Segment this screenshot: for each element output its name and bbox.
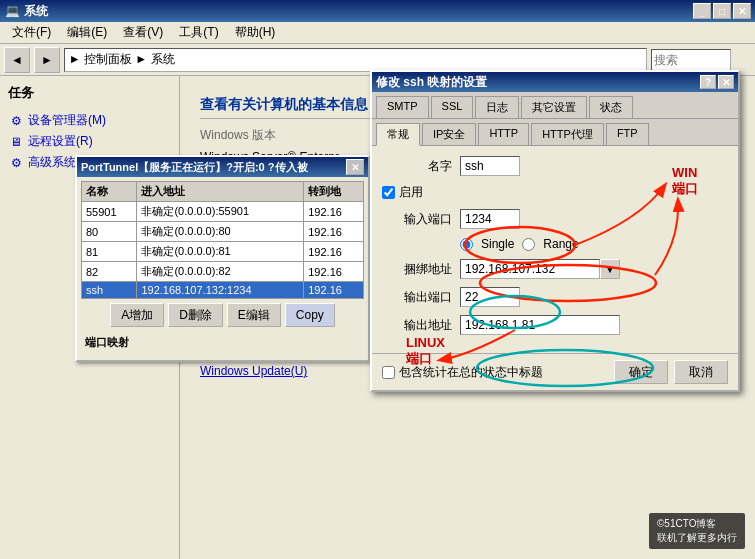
address-bar: ► 控制面板 ► 系统 bbox=[64, 48, 647, 72]
menu-edit[interactable]: 编辑(E) bbox=[59, 22, 115, 43]
ssh-footer-buttons: 确定 取消 bbox=[614, 360, 728, 384]
ssh-close-button[interactable]: ✕ bbox=[718, 75, 734, 89]
table-cell-target: 192.16 bbox=[304, 262, 364, 282]
table-cell-entry: 非确定(0.0.0.0):55901 bbox=[137, 202, 304, 222]
menu-help[interactable]: 帮助(H) bbox=[227, 22, 284, 43]
tab-SSL[interactable]: SSL bbox=[431, 96, 474, 118]
edit-button[interactable]: E编辑 bbox=[227, 303, 281, 327]
sidebar-item-remote[interactable]: 🖥 远程设置(R) bbox=[8, 131, 171, 152]
watermark-line2: 联机了解更多内行 bbox=[657, 531, 737, 545]
enable-row: 启用 bbox=[382, 184, 728, 201]
output-port-label: 输出端口 bbox=[382, 289, 452, 306]
table-row[interactable]: 81非确定(0.0.0.0):81192.16 bbox=[82, 242, 364, 262]
window-title: 系统 bbox=[24, 3, 693, 20]
tab-bar-1: SMTPSSL日志其它设置状态 bbox=[372, 92, 738, 119]
name-label: 名字 bbox=[382, 158, 452, 175]
single-radio[interactable] bbox=[460, 238, 473, 251]
input-port-input[interactable] bbox=[460, 209, 520, 229]
col-header-entry: 进入地址 bbox=[137, 182, 304, 202]
back-button[interactable]: ◄ bbox=[4, 47, 30, 73]
tab-HTTP[interactable]: HTTP bbox=[478, 123, 529, 145]
enable-checkbox[interactable] bbox=[382, 186, 395, 199]
menu-file[interactable]: 文件(F) bbox=[4, 22, 59, 43]
output-addr-row: 输出地址 bbox=[382, 315, 728, 335]
confirm-button[interactable]: 确定 bbox=[614, 360, 668, 384]
table-cell-target: 192.16 bbox=[304, 282, 364, 299]
tab-SMTP[interactable]: SMTP bbox=[376, 96, 429, 118]
title-bar: 💻 系统 _ □ ✕ bbox=[0, 0, 755, 22]
output-port-row: 输出端口 bbox=[382, 287, 728, 307]
windows-version-label: Windows 版本 bbox=[200, 128, 276, 142]
port-tunnel-table: 名称 进入地址 转到地 55901非确定(0.0.0.0):55901192.1… bbox=[81, 181, 364, 299]
name-row: 名字 bbox=[382, 156, 728, 176]
maximize-button[interactable]: □ bbox=[713, 3, 731, 19]
output-addr-input[interactable] bbox=[460, 315, 620, 335]
tab-其它设置[interactable]: 其它设置 bbox=[521, 96, 587, 118]
tab-日志[interactable]: 日志 bbox=[475, 96, 519, 118]
ssh-dialog: 修改 ssh 映射的设置 ? ✕ SMTPSSL日志其它设置状态 常规IP安全H… bbox=[370, 70, 740, 392]
table-row[interactable]: 80非确定(0.0.0.0):80192.16 bbox=[82, 222, 364, 242]
pt-close-button[interactable]: ✕ bbox=[346, 159, 364, 175]
minimize-button[interactable]: _ bbox=[693, 3, 711, 19]
table-cell-target: 192.16 bbox=[304, 202, 364, 222]
close-button[interactable]: ✕ bbox=[733, 3, 751, 19]
port-tunnel-title: PortTunnel【服务正在运行】?开启:0 ?传入被 bbox=[81, 160, 346, 175]
menu-view[interactable]: 查看(V) bbox=[115, 22, 171, 43]
name-input[interactable] bbox=[460, 156, 520, 176]
menu-tools[interactable]: 工具(T) bbox=[171, 22, 226, 43]
tab-状态[interactable]: 状态 bbox=[589, 96, 633, 118]
table-cell-entry: 非确定(0.0.0.0):81 bbox=[137, 242, 304, 262]
forward-button[interactable]: ► bbox=[34, 47, 60, 73]
bind-addr-row: 捆绑地址 ▼ bbox=[382, 259, 728, 279]
sidebar-item-advanced-label: 高级系统 bbox=[28, 154, 76, 171]
menu-bar: 文件(F) 编辑(E) 查看(V) 工具(T) 帮助(H) bbox=[0, 22, 755, 44]
tab-常规[interactable]: 常规 bbox=[376, 123, 420, 146]
address-text: ► 控制面板 ► 系统 bbox=[69, 51, 175, 68]
input-port-row: 输入端口 bbox=[382, 209, 728, 229]
remote-icon: 🖥 bbox=[8, 134, 24, 150]
sidebar-item-remote-label: 远程设置(R) bbox=[28, 133, 93, 150]
table-cell-name: 81 bbox=[82, 242, 137, 262]
system-window: 💻 系统 _ □ ✕ 文件(F) 编辑(E) 查看(V) 工具(T) 帮助(H)… bbox=[0, 0, 755, 559]
col-header-name: 名称 bbox=[82, 182, 137, 202]
tab-FTP[interactable]: FTP bbox=[606, 123, 649, 145]
table-cell-target: 192.16 bbox=[304, 242, 364, 262]
ssh-title-bar: 修改 ssh 映射的设置 ? ✕ bbox=[372, 72, 738, 92]
range-radio[interactable] bbox=[522, 238, 535, 251]
table-row[interactable]: ssh192.168.107.132:1234192.16 bbox=[82, 282, 364, 299]
output-addr-label: 输出地址 bbox=[382, 317, 452, 334]
ssh-help-button[interactable]: ? bbox=[700, 75, 716, 89]
sidebar-item-device-manager[interactable]: ⚙ 设备管理器(M) bbox=[8, 110, 171, 131]
output-port-input[interactable] bbox=[460, 287, 520, 307]
port-tunnel-buttons: A增加 D删除 E编辑 Copy bbox=[81, 299, 364, 331]
bind-addr-input[interactable] bbox=[460, 259, 600, 279]
enable-label: 启用 bbox=[399, 184, 423, 201]
table-cell-name: ssh bbox=[82, 282, 137, 299]
device-manager-icon: ⚙ bbox=[8, 113, 24, 129]
range-radio-label: Range bbox=[543, 237, 578, 251]
advanced-icon: ⚙ bbox=[8, 155, 24, 171]
tab-IP安全[interactable]: IP安全 bbox=[422, 123, 476, 145]
watermark: ©51CTO博客 联机了解更多内行 bbox=[649, 513, 745, 549]
windows-update-link[interactable]: Windows Update(U) bbox=[200, 364, 307, 378]
tab-HTTP代理[interactable]: HTTP代理 bbox=[531, 123, 604, 145]
add-button[interactable]: A增加 bbox=[110, 303, 164, 327]
radio-group: Single Range bbox=[382, 237, 728, 251]
input-port-label: 输入端口 bbox=[382, 211, 452, 228]
bind-addr-label: 捆绑地址 bbox=[382, 261, 452, 278]
search-input[interactable] bbox=[651, 49, 731, 71]
ssh-footer: 包含统计在总的状态中标题 确定 取消 bbox=[372, 353, 738, 390]
cancel-button[interactable]: 取消 bbox=[674, 360, 728, 384]
port-tunnel-window: PortTunnel【服务正在运行】?开启:0 ?传入被 ✕ 名称 进入地址 转… bbox=[75, 155, 370, 362]
bind-addr-dropdown-button[interactable]: ▼ bbox=[600, 259, 620, 279]
table-row[interactable]: 82非确定(0.0.0.0):82192.16 bbox=[82, 262, 364, 282]
system-icon: 💻 bbox=[4, 3, 20, 19]
table-cell-name: 80 bbox=[82, 222, 137, 242]
table-row[interactable]: 55901非确定(0.0.0.0):55901192.16 bbox=[82, 202, 364, 222]
ssh-body: 名字 启用 输入端口 Single Range 捆绑地 bbox=[372, 146, 738, 353]
delete-button[interactable]: D删除 bbox=[168, 303, 223, 327]
table-cell-entry: 非确定(0.0.0.0):82 bbox=[137, 262, 304, 282]
table-cell-name: 55901 bbox=[82, 202, 137, 222]
stats-checkbox[interactable] bbox=[382, 366, 395, 379]
copy-button[interactable]: Copy bbox=[285, 303, 335, 327]
